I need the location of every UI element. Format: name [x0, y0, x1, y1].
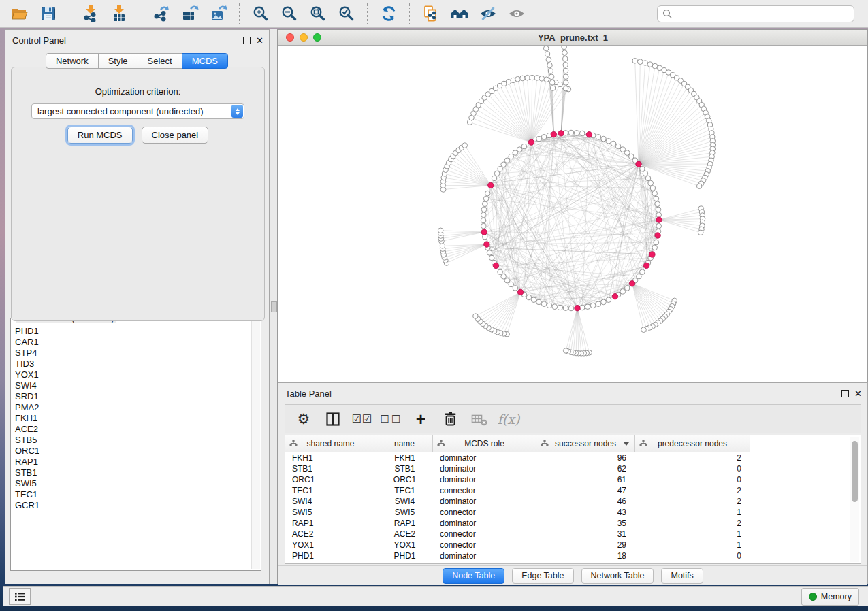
table-row[interactable]: FKH1FKH1dominator962 — [285, 452, 861, 463]
zoom-in-button[interactable] — [246, 2, 275, 25]
network-node[interactable] — [643, 61, 648, 66]
mcds-result-list[interactable]: PHD1CAR1STP4TID3YOX1SWI4SRD1PMA2FKH1ACE2… — [12, 326, 252, 569]
network-node[interactable] — [498, 166, 503, 171]
network-node[interactable] — [655, 201, 660, 207]
table-row[interactable]: YOX1YOX1connector291 — [285, 540, 861, 550]
mcds-result-item[interactable]: RAP1 — [12, 457, 252, 467]
network-node[interactable] — [647, 62, 653, 67]
export-table-button[interactable] — [176, 2, 204, 25]
import-table-button[interactable] — [105, 2, 133, 25]
tab-node-table[interactable]: Node Table — [443, 568, 504, 584]
table-settings-button[interactable]: ⚙ — [293, 409, 314, 429]
dominator-node[interactable] — [551, 131, 556, 137]
network-node[interactable] — [629, 154, 634, 159]
zoom-fit-button[interactable] — [304, 2, 332, 25]
delete-table-button[interactable] — [469, 409, 489, 429]
tab-mcds[interactable]: MCDS — [182, 53, 228, 69]
network-node[interactable] — [509, 282, 514, 287]
table-scrollbar-thumb[interactable] — [852, 441, 858, 502]
add-column-button[interactable]: + — [411, 409, 431, 429]
dominator-node[interactable] — [655, 233, 660, 238]
network-node[interactable] — [509, 154, 514, 159]
hide-selected-button[interactable] — [474, 2, 502, 25]
tab-network-table[interactable]: Network Table — [581, 568, 654, 584]
tab-edge-table[interactable]: Edge Table — [512, 568, 573, 584]
table-row[interactable]: ACE2ACE2connector311 — [285, 529, 861, 540]
network-node[interactable] — [568, 130, 574, 135]
delete-column-button[interactable] — [440, 409, 460, 429]
table-row[interactable]: PHD1PHD1dominator180 — [285, 550, 861, 561]
refresh-view-button[interactable] — [374, 2, 403, 25]
dominator-node[interactable] — [481, 229, 487, 235]
column-header-shared-name[interactable]: shared name — [285, 435, 376, 452]
network-node[interactable] — [641, 327, 647, 333]
network-node[interactable] — [513, 150, 518, 156]
network-node[interactable] — [515, 76, 521, 82]
network-node[interactable] — [501, 274, 507, 279]
network-node[interactable] — [615, 144, 621, 149]
close-table-panel-icon[interactable]: ✕ — [854, 391, 862, 397]
network-node[interactable] — [550, 86, 556, 91]
network-node[interactable] — [648, 180, 654, 186]
criterion-dropdown[interactable]: largest connected component (undirected) — [31, 103, 244, 119]
dominator-node[interactable] — [629, 281, 634, 286]
network-node[interactable] — [539, 76, 545, 82]
network-node[interactable] — [501, 162, 507, 167]
tab-network[interactable]: Network — [46, 53, 99, 69]
network-node[interactable] — [525, 75, 530, 80]
mcds-result-item[interactable]: STP4 — [12, 348, 252, 359]
dominator-node[interactable] — [586, 132, 592, 137]
table-row[interactable]: STB1STB1dominator620 — [285, 463, 861, 474]
network-node[interactable] — [545, 52, 550, 57]
network-node[interactable] — [620, 289, 626, 295]
network-node[interactable] — [562, 46, 567, 50]
table-row[interactable]: ORC1ORC1dominator610 — [285, 474, 861, 485]
network-node[interactable] — [521, 144, 527, 149]
mcds-result-item[interactable]: FKH1 — [12, 413, 252, 424]
network-node[interactable] — [643, 171, 648, 176]
network-node[interactable] — [481, 207, 487, 212]
network-node[interactable] — [654, 196, 659, 201]
network-node[interactable] — [656, 207, 661, 212]
mcds-result-item[interactable]: SWI4 — [12, 380, 252, 391]
mcds-result-item[interactable]: PMA2 — [12, 402, 252, 413]
network-node[interactable] — [548, 69, 553, 74]
search-box[interactable] — [657, 5, 854, 22]
network-node[interactable] — [526, 295, 532, 300]
network-node[interactable] — [530, 75, 535, 80]
network-node[interactable] — [547, 63, 553, 68]
network-node[interactable] — [574, 131, 579, 136]
network-node[interactable] — [562, 50, 568, 56]
save-session-button[interactable] — [34, 2, 63, 25]
mcds-result-item[interactable]: GCR1 — [12, 500, 252, 511]
dominator-node[interactable] — [484, 242, 489, 247]
show-column-panel-button[interactable] — [323, 409, 343, 429]
network-node[interactable] — [563, 80, 568, 86]
mcds-result-item[interactable]: TEC1 — [12, 489, 252, 500]
network-node[interactable] — [494, 171, 500, 176]
mcds-result-item[interactable]: ORC1 — [12, 446, 252, 457]
close-panel-button[interactable]: Close panel — [142, 127, 209, 144]
network-node[interactable] — [698, 230, 703, 235]
network-node[interactable] — [517, 147, 522, 152]
dominator-node[interactable] — [488, 182, 494, 188]
network-node[interactable] — [563, 68, 568, 73]
dominator-node[interactable] — [575, 306, 580, 311]
table-row[interactable]: SWI4SWI4dominator462 — [285, 496, 861, 507]
network-node[interactable] — [563, 306, 568, 311]
network-node[interactable] — [650, 186, 656, 191]
network-node[interactable] — [652, 245, 658, 250]
mcds-result-item[interactable]: YOX1 — [12, 369, 252, 380]
memory-button[interactable]: Memory — [801, 588, 859, 606]
network-node[interactable] — [640, 269, 645, 275]
column-header-name[interactable]: name — [376, 435, 433, 452]
houses-button[interactable] — [445, 2, 474, 25]
network-node[interactable] — [590, 303, 596, 308]
network-node[interactable] — [504, 278, 510, 284]
network-node[interactable] — [513, 286, 518, 291]
network-node[interactable] — [596, 301, 601, 307]
select-all-button[interactable]: ☑☑ — [352, 409, 372, 429]
network-node[interactable] — [558, 305, 563, 310]
network-node[interactable] — [568, 306, 574, 311]
network-node[interactable] — [563, 348, 568, 354]
